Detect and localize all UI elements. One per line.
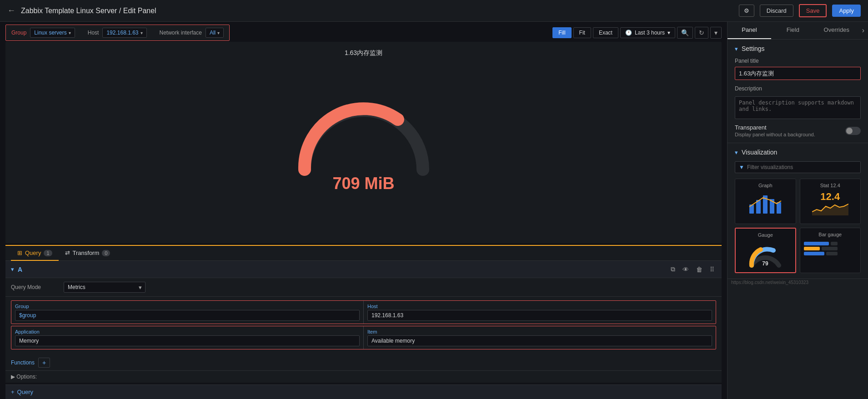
main-layout: Group Linux servers ▾ Host 192.168.1.63 … [0,22,868,399]
time-selector[interactable]: 🕐 Last 3 hours ▾ [620,27,675,38]
network-selector[interactable]: All ▾ [206,28,224,38]
application-input[interactable] [15,335,360,346]
host-selector[interactable]: 192.168.1.63 ▾ [102,28,146,38]
query-icon: ⊞ [17,249,22,256]
visualization-section: ▾ Visualization ▼ Graph [728,143,868,279]
graph-mini-svg [747,191,783,216]
options-row[interactable]: ▶ Options: [5,371,722,383]
url-hint: https://blog.csdn.net/weixin_45310323 [728,279,868,286]
viz-arrow-icon: ▾ [735,149,738,156]
query-fields-table: Group Host Application [5,297,722,355]
svg-rect-4 [777,202,781,214]
toggle-knob [846,128,853,134]
delete-query-button[interactable]: 🗑 [694,264,704,274]
viz-card-bar-gauge[interactable]: Bar gauge [800,228,861,273]
right-panel-tabs: Panel Field Overrides › [728,22,868,40]
tab-panel[interactable]: Panel [728,22,771,39]
add-query-label: Query [17,389,33,395]
transparent-toggle[interactable] [845,127,861,135]
gauge-value: 709 MiB [332,174,394,193]
gauge-container: 1.63内存监测 709 MiB [5,42,722,243]
gauge-panel-title: 1.63内存监测 [345,49,382,57]
query-tab[interactable]: ⊞ Query 1 [11,246,59,261]
functions-label: Functions [11,359,35,366]
panel-title-input[interactable] [735,67,861,80]
settings-section: ▾ Settings Panel title Description Trans… [728,40,868,143]
refresh-button[interactable]: ↻ [695,27,708,39]
item-input[interactable] [367,335,712,346]
fill-button[interactable]: Fill [552,27,571,38]
topbar: ← Zabbix Template Linux Server / Edit Pa… [0,0,868,22]
more-button[interactable]: ▾ [710,27,722,39]
copy-query-button[interactable]: ⧉ [669,264,677,274]
clock-icon: 🕐 [625,30,632,36]
drag-handle[interactable]: ⠿ [708,264,716,274]
functions-row: Functions + [5,355,722,371]
add-query-row[interactable]: + Query [5,384,722,399]
application-field: Application [11,326,363,349]
chevron-down-icon: ▾ [69,30,71,35]
add-function-button[interactable]: + [38,358,50,368]
gauge-svg [291,92,437,183]
left-panel: Group Linux servers ▾ Host 192.168.1.63 … [0,22,727,399]
transform-badge: 0 [102,250,110,256]
viz-card-graph[interactable]: Graph [735,179,796,224]
exact-button[interactable]: Exact [593,27,618,38]
back-button[interactable]: ← [7,6,15,15]
stat-wave-svg [812,203,848,215]
host-input[interactable] [367,310,712,321]
item-field: Item [364,326,716,349]
chevron-down-icon-2: ▾ [140,30,143,35]
query-row-group-host: Group Host [11,300,716,324]
query-section: ▾ A ⧉ 👁 🗑 ⠿ Query Mode Metrics ▾ [5,261,722,383]
query-badge: 1 [44,250,52,256]
network-label: Network interface [160,30,202,36]
query-mode-label: Query Mode [11,284,56,290]
viz-grid: Graph Stat 12.4 12.4 [735,179,861,273]
group-input[interactable] [15,310,360,321]
page-title: Zabbix Template Linux Server / Edit Pane… [21,7,733,15]
stat-card-title: Stat 12.4 [820,183,840,188]
viz-card-stat[interactable]: Stat 12.4 12.4 [800,179,861,224]
settings-button[interactable]: ⚙ [739,5,754,17]
discard-button[interactable]: Discard [760,5,793,17]
panel-title-label: Panel title [735,58,861,64]
panel-title-field: Panel title [735,58,861,80]
viz-filter-input[interactable] [747,164,857,170]
query-mode-row: Query Mode Metrics ▾ [5,278,722,297]
tab-field[interactable]: Field [771,22,815,39]
chevron-down-icon-3: ▾ [217,30,220,35]
toggle-visibility-button[interactable]: 👁 [681,264,691,274]
bar-gauge-mini [804,240,857,257]
viz-filter-bar: ▼ [735,161,861,173]
tab-overrides[interactable]: Overrides [815,22,858,39]
viz-card-gauge[interactable]: Gauge 79 [735,228,796,273]
bar-gauge-card-title: Bar gauge [818,232,842,237]
settings-arrow-icon: ▾ [735,45,738,52]
visualization-header[interactable]: ▾ Visualization [735,149,861,156]
group-field: Group [11,301,363,324]
host-field: Host [364,301,716,324]
zoom-button[interactable]: 🔍 [677,27,693,39]
transparent-label: Transparent [735,124,815,131]
transform-tab[interactable]: ⇄ Transform 0 [59,246,117,261]
description-textarea[interactable] [735,96,861,119]
transparent-toggle-row: Transparent Display panel without a back… [735,124,861,137]
fit-button[interactable]: Fit [573,27,591,38]
group-selector[interactable]: Linux servers ▾ [30,28,75,38]
query-actions: ⧉ 👁 🗑 ⠿ [669,264,716,274]
settings-title: Settings [742,45,765,52]
save-button[interactable]: Save [799,4,827,17]
query-mode-select[interactable]: Metrics [64,282,146,293]
query-row-app-item: Application Item [11,326,716,349]
settings-header[interactable]: ▾ Settings [735,45,861,52]
tab-more-arrow[interactable]: › [858,22,868,39]
filter-bar: Group Linux servers ▾ Host 192.168.1.63 … [5,25,230,41]
description-label: Description [735,85,861,92]
apply-button[interactable]: Apply [832,5,861,17]
collapse-icon[interactable]: ▾ [11,266,14,273]
stat-value: 12.4 [820,191,840,203]
add-icon: + [11,389,15,395]
transform-icon: ⇄ [65,249,70,256]
graph-card-title: Graph [758,183,773,188]
